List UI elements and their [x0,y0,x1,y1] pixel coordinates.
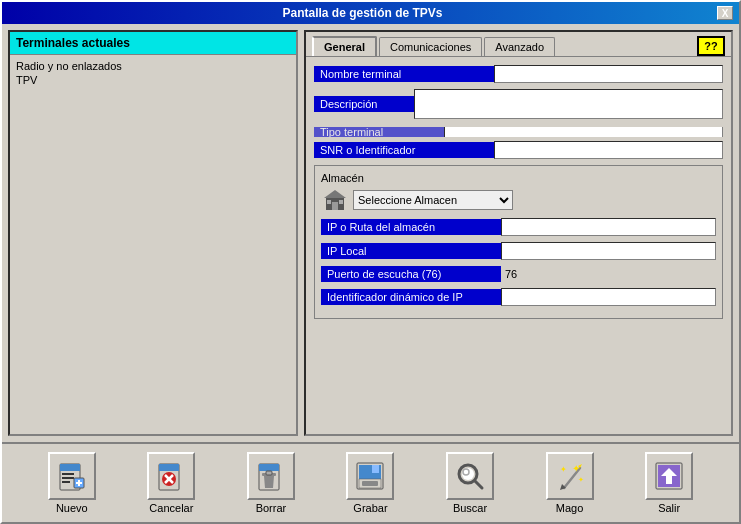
ip-ruta-input[interactable] [501,218,716,236]
help-button[interactable]: ?? [697,36,725,56]
svg-rect-2 [332,202,338,210]
svg-rect-7 [62,473,74,475]
identificador-label: Identificador dinámico de IP [321,289,501,305]
title-bar: Pantalla de gestión de TPVs X [2,2,739,24]
mago-icon: ✦ ✦ ✦ [546,452,594,500]
salir-icon [645,452,693,500]
svg-rect-24 [372,465,379,473]
svg-text:✦: ✦ [578,476,584,483]
descripcion-input[interactable] [414,89,723,119]
nombre-row: Nombre terminal [314,65,723,83]
tab-comunicaciones[interactable]: Comunicaciones [379,37,482,56]
svg-line-29 [475,481,482,488]
svg-rect-19 [259,464,279,471]
svg-rect-21 [266,471,272,475]
tab-general[interactable]: General [312,36,377,56]
ip-local-row: IP Local [321,242,716,260]
svg-rect-4 [339,200,343,204]
main-window: Pantalla de gestión de TPVs X Terminales… [0,0,741,524]
svg-rect-3 [327,200,331,204]
grabar-icon [346,452,394,500]
ip-ruta-row: IP o Ruta del almacén [321,218,716,236]
buscar-button[interactable]: Buscar [435,452,505,514]
svg-rect-8 [62,477,74,479]
nuevo-button[interactable]: Nuevo [37,452,107,514]
buscar-label: Buscar [453,502,487,514]
svg-rect-9 [62,481,70,483]
list-item-radio[interactable]: Radio y no enlazados [16,59,290,73]
salir-button[interactable]: Salir [634,452,704,514]
borrar-button[interactable]: Borrar [236,452,306,514]
left-panel-content: Radio y no enlazados TPV [10,55,296,434]
ip-ruta-label: IP o Ruta del almacén [321,219,501,235]
cancelar-button[interactable]: Cancelar [136,452,206,514]
nuevo-label: Nuevo [56,502,88,514]
almacen-dropdown[interactable]: Seleccione Almacen [353,190,513,210]
left-panel: Terminales actuales Radio y no enlazados… [8,30,298,436]
identificador-row: Identificador dinámico de IP [321,288,716,306]
svg-rect-26 [362,481,378,486]
descripcion-label: Descripción [314,96,414,112]
nuevo-icon [48,452,96,500]
mago-button[interactable]: ✦ ✦ ✦ Mago [535,452,605,514]
descripcion-row: Descripción [314,89,723,119]
tab-bar: General Comunicaciones Avanzado ?? [306,32,731,56]
puerto-value: 76 [501,268,521,280]
puerto-row: Puerto de escucha (76) 76 [321,266,716,282]
ip-local-label: IP Local [321,243,501,259]
almacen-title: Almacén [321,172,716,184]
cancelar-label: Cancelar [149,502,193,514]
right-panel: General Comunicaciones Avanzado ?? Nombr… [304,30,733,436]
warehouse-icon [321,188,349,212]
cancelar-icon [147,452,195,500]
puerto-label: Puerto de escucha (76) [321,266,501,282]
left-panel-header: Terminales actuales [10,32,296,55]
svg-rect-14 [159,464,179,471]
nombre-input[interactable] [494,65,723,83]
window-title: Pantalla de gestión de TPVs [8,6,717,20]
list-item-tpv[interactable]: TPV [16,73,290,87]
mago-label: Mago [556,502,584,514]
grabar-label: Grabar [353,502,387,514]
tipo-terminal-input[interactable] [444,127,723,137]
tab-content: Nombre terminal Descripción Tipo termina… [306,56,731,434]
svg-rect-6 [60,464,80,471]
borrar-icon [247,452,295,500]
salir-label: Salir [658,502,680,514]
almacen-select-row: Seleccione Almacen [321,188,716,212]
svg-text:✦: ✦ [572,463,580,474]
main-content: Terminales actuales Radio y no enlazados… [2,24,739,442]
identificador-input[interactable] [501,288,716,306]
nombre-label: Nombre terminal [314,66,494,82]
almacen-box: Almacén S [314,165,723,319]
footer: Nuevo Cancelar [2,442,739,522]
borrar-label: Borrar [256,502,287,514]
snr-row: SNR o Identificador [314,141,723,159]
ip-local-input[interactable] [501,242,716,260]
snr-label: SNR o Identificador [314,142,494,158]
grabar-button[interactable]: Grabar [335,452,405,514]
svg-text:✦: ✦ [560,465,567,474]
close-button[interactable]: X [717,6,733,20]
svg-marker-1 [324,190,346,198]
tab-avanzado[interactable]: Avanzado [484,37,555,56]
snr-input[interactable] [494,141,723,159]
buscar-icon [446,452,494,500]
